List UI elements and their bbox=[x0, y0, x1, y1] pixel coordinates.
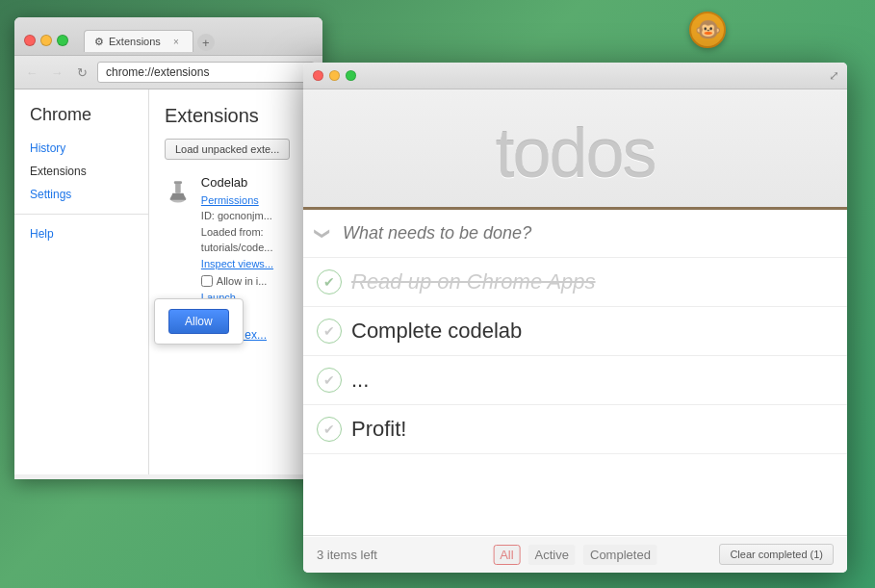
load-unpacked-button[interactable]: Load unpacked exte... bbox=[165, 139, 290, 160]
todos-title: todos bbox=[303, 118, 847, 188]
monkey-avatar: 🐵 bbox=[689, 12, 726, 48]
address-bar[interactable]: chrome://extensions bbox=[97, 62, 315, 83]
codelab-extension-item: Codelab Permissions ID: gocnonjm... Load… bbox=[165, 173, 307, 305]
extensions-heading: Extensions bbox=[165, 105, 307, 127]
allow-button[interactable]: Allow bbox=[168, 309, 229, 334]
todo-item: ✔ Complete codelab bbox=[303, 307, 847, 356]
new-tab-button[interactable]: + bbox=[197, 34, 215, 51]
tab-close-button[interactable]: × bbox=[169, 35, 183, 48]
todos-input-section: ❯ bbox=[303, 207, 847, 258]
extensions-tab-icon: ⚙ bbox=[94, 36, 104, 48]
extension-name: Codelab bbox=[201, 173, 307, 192]
todo-text-4: Profit! bbox=[351, 417, 834, 442]
todo-item: ✔ Read up on Chrome Apps bbox=[303, 258, 847, 307]
flask-icon bbox=[165, 173, 192, 208]
extension-loaded-from: Loaded from: tutorials/code... bbox=[201, 224, 307, 256]
maximize-traffic-light[interactable] bbox=[57, 35, 68, 46]
chrome-content: Chrome History Extensions Settings Help … bbox=[14, 89, 322, 474]
chrome-toolbar: ← → ↻ chrome://extensions bbox=[14, 56, 322, 89]
allow-popup: Allow bbox=[154, 298, 244, 345]
todo-checkbox-2[interactable]: ✔ bbox=[317, 319, 342, 344]
todos-titlebar: ⤢ bbox=[303, 63, 847, 89]
chrome-browser-window: ⚙ Extensions × + ← → ↻ chrome://extensio… bbox=[14, 17, 322, 479]
extension-id: ID: gocnonjm... bbox=[201, 208, 307, 224]
todos-input-row: ❯ bbox=[303, 210, 847, 258]
todos-footer: 3 items left All Active Completed Clear … bbox=[303, 535, 847, 573]
filter-completed-button[interactable]: Completed bbox=[583, 545, 657, 565]
permissions-link[interactable]: Permissions bbox=[201, 192, 307, 209]
address-text: chrome://extensions bbox=[106, 65, 209, 79]
todos-maximize-button[interactable] bbox=[346, 70, 356, 81]
chrome-sidebar-heading: Chrome bbox=[14, 105, 148, 137]
traffic-lights bbox=[24, 35, 68, 46]
new-todo-input[interactable] bbox=[343, 210, 847, 257]
todo-checkbox-4[interactable]: ✔ bbox=[317, 417, 342, 442]
filter-active-button[interactable]: Active bbox=[528, 545, 576, 565]
svg-marker-2 bbox=[170, 193, 187, 200]
todos-app-window: ⤢ todos ❯ ✔ Read up on Chrome Apps ✔ Com… bbox=[303, 63, 847, 573]
extensions-tab[interactable]: ⚙ Extensions × bbox=[84, 30, 193, 52]
todos-header: todos bbox=[303, 89, 847, 207]
close-traffic-light[interactable] bbox=[24, 35, 36, 46]
todo-item: ✔ ... bbox=[303, 356, 847, 405]
monkey-emoji: 🐵 bbox=[695, 17, 721, 42]
todos-minimize-button[interactable] bbox=[329, 70, 340, 81]
todos-list: ✔ Read up on Chrome Apps ✔ Complete code… bbox=[303, 258, 847, 535]
todo-text-1: Read up on Chrome Apps bbox=[351, 269, 834, 294]
todo-checkbox-3[interactable]: ✔ bbox=[317, 368, 342, 393]
forward-button[interactable]: → bbox=[47, 63, 66, 82]
minimize-traffic-light[interactable] bbox=[40, 35, 52, 46]
todo-text-2: Complete codelab bbox=[351, 319, 834, 344]
todo-checkbox-1[interactable]: ✔ bbox=[317, 269, 342, 294]
filter-all-button[interactable]: All bbox=[493, 545, 520, 565]
sidebar-item-settings[interactable]: Settings bbox=[14, 183, 148, 206]
todos-expand-icon[interactable]: ⤢ bbox=[829, 68, 839, 83]
todo-text-3: ... bbox=[351, 368, 834, 393]
inspect-views-link[interactable]: Inspect views... bbox=[201, 256, 307, 272]
back-button[interactable]: ← bbox=[22, 63, 41, 82]
todos-close-button[interactable] bbox=[313, 70, 323, 81]
allow-in-incognito-checkbox[interactable] bbox=[201, 275, 213, 287]
sidebar-divider bbox=[14, 214, 148, 215]
sidebar-item-help[interactable]: Help bbox=[14, 222, 148, 245]
chrome-titlebar: ⚙ Extensions × + bbox=[14, 17, 322, 56]
svg-rect-1 bbox=[175, 183, 181, 193]
allow-in-incognito-label: Allow in i... bbox=[217, 273, 268, 290]
refresh-button[interactable]: ↻ bbox=[72, 63, 91, 82]
chrome-main-content: Extensions Load unpacked exte... Codelab… bbox=[149, 89, 322, 474]
toggle-all-button[interactable]: ❯ bbox=[303, 214, 344, 253]
tab-bar: ⚙ Extensions × + bbox=[84, 29, 313, 51]
extensions-tab-title: Extensions bbox=[109, 36, 161, 47]
sidebar-item-extensions[interactable]: Extensions bbox=[14, 160, 148, 183]
filter-buttons: All Active Completed bbox=[493, 545, 657, 565]
clear-completed-button[interactable]: Clear completed (1) bbox=[719, 544, 834, 565]
sidebar-item-history[interactable]: History bbox=[14, 137, 148, 160]
todo-item: ✔ Profit! bbox=[303, 405, 847, 454]
chrome-sidebar: Chrome History Extensions Settings Help bbox=[14, 89, 149, 474]
allow-incognito-row: Allow in i... bbox=[201, 273, 307, 290]
extension-info: Codelab Permissions ID: gocnonjm... Load… bbox=[201, 173, 307, 305]
svg-rect-3 bbox=[174, 181, 182, 184]
